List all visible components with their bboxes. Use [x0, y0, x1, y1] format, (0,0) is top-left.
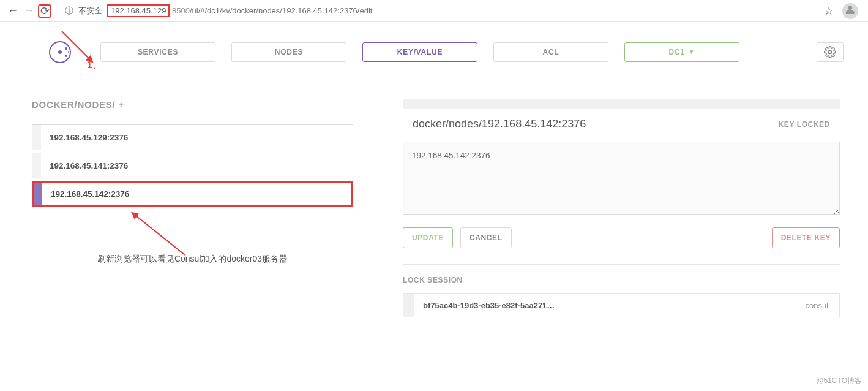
url-bar[interactable]: 192.168.45.129:8500/ui/#/dc1/kv/docker/n…	[107, 4, 824, 17]
divider	[403, 264, 840, 265]
browser-toolbar: ← → ⟳ ⓘ 不安全 192.168.45.129:8500/ui/#/dc1…	[0, 0, 868, 22]
kv-item[interactable]: 192.168.45.141:2376	[32, 153, 353, 178]
url-ip: 192.168.45.129	[107, 4, 170, 17]
kv-item-label: 192.168.45.129:2376	[50, 133, 128, 142]
status-bar	[403, 294, 414, 317]
detail-buttons: UPDATE CANCEL DELETE KEY	[403, 227, 840, 248]
url-port: :8500	[170, 6, 190, 15]
watermark: @51CTO博客	[816, 376, 862, 386]
tab-acl[interactable]: ACL	[493, 42, 608, 62]
status-bar	[32, 153, 41, 178]
tab-services[interactable]: SERVICES	[100, 42, 215, 62]
insecure-label: 不安全	[78, 6, 102, 17]
kv-item-label: 192.168.45.141:2376	[50, 161, 128, 170]
left-column: DOCKER/NODES/ + 192.168.45.129:2376 192.…	[32, 99, 353, 317]
annotation-label-1: 1、	[87, 59, 102, 72]
kv-item-active[interactable]: 192.168.45.142:2376	[32, 181, 353, 207]
svg-point-0	[829, 50, 832, 53]
url-path: /ui/#/dc1/kv/docker/nodes/192.168.45.142…	[190, 6, 373, 15]
session-id: bf75ac4b-19d3-eb35-e82f-5aa271…	[423, 301, 555, 310]
kv-item[interactable]: 192.168.45.129:2376	[32, 124, 353, 150]
gear-icon	[824, 46, 836, 58]
tab-nodes[interactable]: NODES	[231, 42, 346, 62]
info-icon[interactable]: ⓘ	[65, 6, 73, 17]
right-column: docker/nodes/192.168.45.142:2376 KEY LOC…	[378, 99, 840, 317]
svg-line-2	[136, 216, 185, 255]
cancel-button[interactable]: CANCEL	[460, 227, 512, 248]
dc-label: DC1	[669, 48, 685, 56]
settings-button[interactable]	[817, 42, 844, 62]
svg-line-1	[62, 31, 92, 62]
delete-key-button[interactable]: DELETE KEY	[772, 227, 840, 248]
kv-item-label: 192.168.45.142:2376	[51, 189, 129, 199]
detail-header: docker/nodes/192.168.45.142:2376 KEY LOC…	[403, 109, 840, 142]
caret-down-icon: ▼	[689, 48, 695, 55]
status-bar	[32, 125, 41, 150]
lock-session-row[interactable]: bf75ac4b-19d3-eb35-e82f-5aa271… consul	[403, 293, 840, 317]
app-header: SERVICES NODES KEY/VALUE ACL DC1▼	[0, 22, 868, 82]
profile-avatar-icon[interactable]: 👤︎	[842, 3, 858, 19]
key-locked-label: KEY LOCKED	[779, 120, 830, 129]
back-icon[interactable]: ←	[6, 4, 20, 18]
tab-kv[interactable]: KEY/VALUE	[362, 42, 477, 62]
forward-icon[interactable]: →	[22, 4, 36, 18]
lock-session-header: LOCK SESSION	[403, 276, 840, 284]
annotation-note: 刷新浏览器可以看见Consul加入的docker03服务器	[32, 254, 353, 265]
kv-list: 192.168.45.129:2376 192.168.45.141:2376 …	[32, 124, 353, 207]
value-textarea[interactable]	[403, 142, 840, 215]
status-bar	[34, 183, 42, 205]
nav-tabs: SERVICES NODES KEY/VALUE ACL DC1▼	[100, 42, 739, 62]
session-tag: consul	[805, 301, 828, 310]
tab-datacenter[interactable]: DC1▼	[624, 42, 739, 62]
breadcrumb[interactable]: DOCKER/NODES/ +	[32, 99, 353, 110]
update-button[interactable]: UPDATE	[403, 227, 453, 248]
bookmark-star-icon[interactable]: ☆	[824, 4, 834, 18]
detail-path: docker/nodes/192.168.45.142:2376	[413, 118, 779, 131]
detail-topbar	[403, 99, 840, 109]
page-body: DOCKER/NODES/ + 192.168.45.129:2376 192.…	[0, 82, 868, 317]
reload-icon[interactable]: ⟳	[38, 4, 51, 18]
